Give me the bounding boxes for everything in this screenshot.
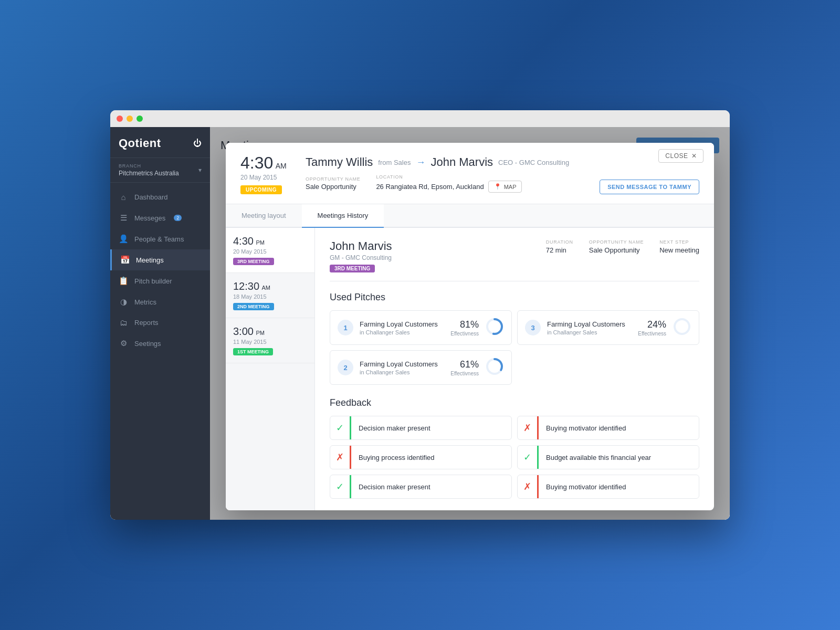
- attendees-row: Tammy Willis from Sales → John Marvis CE…: [306, 155, 699, 169]
- branch-name: Pitchmetrics Australia: [119, 170, 179, 177]
- feedback-item: ✓ Budget available this financial year: [517, 445, 699, 469]
- meeting-list-item[interactable]: 12:30 AM 18 May 2015 2nd MEETING: [226, 273, 314, 318]
- reports-icon: 🗂: [119, 318, 128, 327]
- detail-top: John Marvis GM - GMC Consulting 3rd MEET…: [330, 239, 699, 281]
- used-pitches-title: Used Pitches: [330, 292, 699, 303]
- meeting-badge: 2nd MEETING: [233, 303, 274, 310]
- sidebar-logo: Qotient ⏻: [110, 127, 210, 158]
- send-message-button[interactable]: SEND MESSAGE TO TAMMY: [600, 180, 699, 194]
- chevron-down-icon: ▾: [198, 166, 202, 174]
- feedback-item: ✗ Buying motivator identified: [517, 475, 699, 499]
- pitch-card: 1 Farming Loyal Customers in Challanger …: [330, 310, 512, 345]
- branch-label: BRANCH: [119, 163, 179, 169]
- arrow-icon: →: [416, 157, 425, 168]
- location-meta: LOCATION 26 Rangiatea Rd, Epsom, Aucklan…: [376, 174, 522, 193]
- close-icon: ✕: [691, 152, 697, 160]
- sidebar-item-reports[interactable]: 🗂 Reports: [110, 312, 210, 333]
- meeting-list-item[interactable]: 3:00 PM 11 May 2015 1st MEETING: [226, 318, 314, 363]
- opp-meta: OPPORTUNITY NAME Sale Opportunity: [589, 239, 644, 254]
- pitch-info: Farming Loyal Customers in Challanger Sa…: [360, 320, 444, 335]
- feedback-item: ✓ Decision maker present: [330, 416, 512, 440]
- modal-tabs: Meeting layout Meetings History: [226, 204, 714, 228]
- pitch-donut: [485, 357, 504, 378]
- to-name: John Marvis: [430, 155, 493, 169]
- map-button[interactable]: 📍 MAP: [488, 181, 522, 193]
- pitch-num: 3: [525, 320, 541, 335]
- feedback-item: ✓ Decision maker present: [330, 475, 512, 499]
- opp-name-meta: OPPORTUNITY NAME Sale Opportunity: [306, 176, 360, 191]
- pitch-info: Farming Loyal Customers in Challanger Sa…: [547, 320, 632, 335]
- browser-window: Qotient ⏻ BRANCH Pitchmetrics Australia …: [110, 110, 730, 520]
- time-block: 4:30 AM 20 May 2015 UPCOMING: [240, 153, 293, 194]
- sidebar-item-metrics[interactable]: ◑ Metrics: [110, 291, 210, 312]
- sidebar-item-settings[interactable]: ⚙ Seetings: [110, 333, 210, 354]
- pitch-effectiveness: 81% Effectivness: [450, 319, 479, 337]
- pitch-card: 2 Farming Loyal Customers in Challanger …: [330, 350, 512, 385]
- pitch-donut: [485, 317, 504, 338]
- meeting-badge: 1st MEETING: [233, 348, 273, 355]
- sidebar-item-meetings[interactable]: 📅 Meetings: [110, 249, 210, 270]
- sidebar-item-dashboard[interactable]: ⌂ Dashboard: [110, 187, 210, 207]
- feedback-item: ✗ Buying process identified: [330, 445, 512, 469]
- to-role: CEO - GMC Consulting: [498, 159, 569, 166]
- meeting-list-item[interactable]: 4:30 PM 20 May 2015 3rd MEETING: [226, 228, 314, 273]
- sidebar-item-people-teams[interactable]: 👤 People & Teams: [110, 228, 210, 249]
- check-yes-icon: ✓: [330, 475, 351, 498]
- feedback-label: Decision maker present: [351, 477, 438, 497]
- feedback-item: ✗ Buying motivator identified: [517, 416, 699, 440]
- pitch-info: Farming Loyal Customers in Challanger Sa…: [360, 360, 444, 375]
- pitch-card: 3 Farming Loyal Customers in Challanger …: [517, 310, 699, 345]
- meeting-badge: 3rd MEETING: [233, 258, 274, 265]
- meeting-date: 20 May 2015: [240, 174, 293, 181]
- feedback-label: Buying process identified: [351, 447, 442, 468]
- sidebar: Qotient ⏻ BRANCH Pitchmetrics Australia …: [110, 127, 210, 520]
- feedback-label: Budget available this financial year: [539, 447, 658, 468]
- sidebar-item-label: Dashboard: [134, 193, 168, 201]
- minimize-dot[interactable]: [127, 116, 133, 122]
- meeting-time: 4:30 AM: [240, 153, 293, 173]
- settings-icon: ⚙: [119, 339, 128, 348]
- feedback-label: Buying motivator identified: [539, 477, 633, 497]
- status-badge: UPCOMING: [240, 185, 282, 194]
- pitches-grid: 1 Farming Loyal Customers in Challanger …: [330, 310, 699, 385]
- svg-point-2: [675, 319, 689, 334]
- meeting-modal: CLOSE ✕ 4:30 AM 20 May 2015: [226, 143, 714, 510]
- modal-body: 4:30 PM 20 May 2015 3rd MEETING 12:30 AM: [226, 228, 714, 510]
- pitch-donut: [673, 317, 691, 338]
- person-info: John Marvis GM - GMC Consulting 3rd MEET…: [330, 239, 392, 272]
- sidebar-item-label: Reports: [134, 319, 159, 327]
- modal-header: CLOSE ✕ 4:30 AM 20 May 2015: [226, 143, 714, 204]
- sidebar-item-messages[interactable]: ☰ Messeges 2: [110, 207, 210, 228]
- power-icon[interactable]: ⏻: [193, 139, 202, 148]
- sidebar-item-label: Seetings: [134, 340, 161, 348]
- messages-icon: ☰: [119, 213, 128, 223]
- sidebar-nav: ⌂ Dashboard ☰ Messeges 2 👤 People & Team…: [110, 183, 210, 520]
- pitch-icon: 📋: [119, 276, 128, 286]
- pitch-effectiveness: 24% Effectivness: [638, 319, 666, 337]
- check-no-icon: ✗: [330, 446, 351, 469]
- modal-close-button[interactable]: CLOSE ✕: [658, 149, 704, 163]
- close-dot[interactable]: [117, 116, 123, 122]
- ml-time: 4:30: [233, 235, 254, 247]
- sidebar-item-label: Metrics: [134, 298, 156, 306]
- calendar-icon: 📅: [120, 255, 130, 265]
- logo-text: Qotient: [119, 136, 161, 150]
- check-yes-icon: ✓: [518, 446, 539, 469]
- sidebar-item-pitch-builder[interactable]: 📋 Pitch builder: [110, 270, 210, 291]
- tab-meetings-history[interactable]: Meetings History: [302, 204, 384, 228]
- feedback-label: Decision maker present: [351, 418, 438, 438]
- maximize-dot[interactable]: [136, 116, 143, 122]
- check-no-icon: ✗: [518, 416, 539, 439]
- sidebar-item-label: Pitch builder: [134, 277, 172, 285]
- duration-meta: DURATION 72 min: [546, 239, 573, 254]
- people-icon: 👤: [119, 234, 128, 244]
- sidebar-branch[interactable]: BRANCH Pitchmetrics Australia ▾: [110, 158, 210, 183]
- check-yes-icon: ✓: [330, 416, 351, 439]
- sidebar-item-label: Meetings: [136, 256, 164, 264]
- metrics-icon: ◑: [119, 297, 128, 307]
- modal-overlay: CLOSE ✕ 4:30 AM 20 May 2015: [210, 127, 730, 520]
- pitch-num: 2: [338, 360, 353, 375]
- sidebar-item-label: Messeges: [134, 214, 165, 222]
- pitch-num: 1: [338, 320, 353, 335]
- tab-meeting-layout[interactable]: Meeting layout: [226, 204, 302, 228]
